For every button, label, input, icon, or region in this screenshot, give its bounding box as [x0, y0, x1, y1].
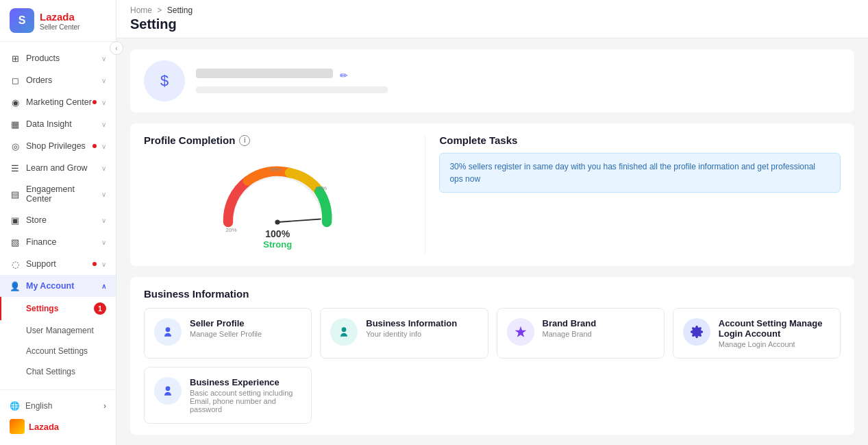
language-chevron: › [103, 401, 106, 411]
sidebar-item-store[interactable]: ▣ Store ∨ [0, 209, 116, 231]
settings-label: Settings [26, 304, 58, 313]
business-info-item-text: Business Information Your identity info [366, 318, 457, 338]
finance-label: Finance [26, 237, 56, 247]
logo-icon: S [10, 8, 34, 33]
business-info-item-card[interactable]: Business Information Your identity info [320, 308, 488, 359]
store-chevron: ∨ [101, 217, 106, 224]
account-settings-label: Account Settings [26, 346, 88, 356]
sidebar-subitem-account-settings[interactable]: Account Settings [0, 341, 116, 361]
sidebar-item-products[interactable]: ⊞ Products ∨ [0, 47, 116, 69]
shop-privileges-label: Shop Privileges [26, 141, 86, 151]
task-info-box: 30% sellers register in same day with yo… [439, 153, 841, 193]
brand-card[interactable]: Brand Brand Manage Brand [497, 308, 665, 359]
shop-privileges-dot [92, 144, 97, 148]
complete-tasks-title: Complete Tasks [439, 134, 841, 146]
collapse-sidebar-button[interactable]: ‹ [110, 41, 123, 55]
avatar: $ [144, 60, 185, 101]
seller-profile-sub: Manage Seller Profile [190, 330, 262, 338]
language-selector[interactable]: 🌐 English › [10, 397, 106, 415]
sidebar-item-my-account[interactable]: 👤 My Account ∧ [0, 275, 116, 297]
account-setting-card[interactable]: Account Setting Manage Login Account Man… [673, 308, 841, 359]
breadcrumb-home[interactable]: Home [130, 5, 152, 15]
orders-chevron: ∨ [101, 77, 106, 84]
sidebar-subitem-user-management[interactable]: User Management [0, 320, 116, 341]
my-account-label: My Account [26, 281, 74, 291]
support-dot [92, 262, 97, 266]
brand-sub: Manage Brand [543, 330, 597, 338]
business-info-card: Business Information Seller Profile Mana… [130, 277, 854, 435]
business-experience-title: Business Experience [190, 377, 301, 387]
business-info-grid: Seller Profile Manage Seller Profile Bus… [144, 308, 841, 359]
business-info-icon [330, 318, 358, 346]
support-chevron: ∨ [101, 261, 106, 268]
profile-info: ✏ [196, 69, 841, 93]
info-icon[interactable]: i [239, 135, 250, 146]
sidebar-footer: 🌐 English › Lazada [0, 389, 116, 445]
sidebar-item-support[interactable]: ◌ Support ∨ [0, 253, 116, 275]
products-chevron: ∨ [101, 55, 106, 62]
sidebar-item-data-insight[interactable]: ▦ Data Insight ∨ [0, 113, 116, 135]
svg-line-0 [277, 219, 321, 223]
business-experience-card[interactable]: Business Experience Basic account settin… [144, 367, 312, 424]
seller-profile-title: Seller Profile [190, 318, 262, 328]
sidebar-subitem-chat-settings[interactable]: Chat Settings [0, 361, 116, 382]
edit-icon[interactable]: ✏ [340, 70, 348, 81]
business-info-item-sub: Your identity info [366, 330, 457, 338]
completion-right: Complete Tasks 30% sellers register in s… [425, 134, 841, 255]
seller-profile-card[interactable]: Seller Profile Manage Seller Profile [144, 308, 312, 359]
business-info-title: Business Information [144, 288, 841, 300]
completion-left: Profile Completion i [144, 134, 425, 255]
engagement-icon: ▤ [10, 189, 21, 200]
sidebar-nav: ⊞ Products ∨ ◻ Orders ∨ ◉ Marketing Cent… [0, 42, 116, 389]
breadcrumb-current: Setting [167, 5, 193, 15]
support-icon: ◌ [10, 258, 21, 269]
lazada-footer-icon [10, 419, 25, 434]
store-label: Store [26, 215, 47, 225]
store-icon: ▣ [10, 215, 21, 226]
account-setting-icon [683, 318, 710, 346]
language-icon: 🌐 [10, 401, 20, 411]
svg-point-6 [342, 327, 347, 332]
sidebar-item-finance[interactable]: ▧ Finance ∨ [0, 231, 116, 253]
language-label: English [25, 401, 52, 411]
chat-settings-label: Chat Settings [26, 367, 75, 376]
sidebar-item-learn-grow[interactable]: ☰ Learn and Grow ∨ [0, 157, 116, 179]
sidebar-item-marketing[interactable]: ◉ Marketing Center ∨ [0, 91, 116, 113]
sidebar-item-orders[interactable]: ◻ Orders ∨ [0, 69, 116, 91]
sidebar-item-shop-privileges[interactable]: ◎ Shop Privileges ∨ [0, 135, 116, 157]
profile-header: $ ✏ [144, 60, 841, 101]
marketing-chevron: ∨ [101, 99, 106, 106]
finance-icon: ▧ [10, 237, 21, 248]
svg-text:80%: 80% [316, 185, 327, 191]
sidebar-item-engagement[interactable]: ▤ Engagement Center ∨ [0, 179, 116, 209]
business-experience-icon [154, 377, 182, 405]
shop-privileges-icon: ◎ [10, 141, 21, 152]
gauge-chart: 20% 50% 80% [216, 160, 339, 235]
user-management-label: User Management [26, 326, 94, 335]
settings-badge: 1 [94, 302, 106, 315]
learn-grow-label: Learn and Grow [26, 163, 88, 173]
business-experience-text: Business Experience Basic account settin… [190, 377, 301, 413]
svg-point-1 [275, 219, 280, 224]
svg-point-7 [166, 386, 171, 391]
completion-title: Profile Completion i [144, 134, 411, 146]
products-icon: ⊞ [10, 53, 21, 64]
marketing-dot [92, 100, 97, 104]
topbar: Home > Setting Setting [116, 0, 868, 38]
gauge-status: Strong [263, 239, 292, 250]
breadcrumb-separator: > [157, 5, 162, 15]
logo-text: Lazada Seller Center [40, 11, 79, 31]
data-insight-label: Data Insight [26, 119, 72, 129]
learn-grow-chevron: ∨ [101, 165, 106, 172]
sidebar-subitem-settings[interactable]: Settings 1 [0, 297, 116, 320]
data-insight-chevron: ∨ [101, 121, 106, 128]
lazada-footer-label: Lazada [29, 422, 59, 432]
main-content: Home > Setting Setting $ ✏ [116, 0, 868, 445]
brand-sub: Seller Center [40, 23, 79, 31]
marketing-icon: ◉ [10, 97, 21, 108]
content-area: $ ✏ Profile Completion i [116, 38, 868, 445]
finance-chevron: ∨ [101, 239, 106, 246]
completion-card: Profile Completion i [130, 123, 854, 266]
seller-profile-text: Seller Profile Manage Seller Profile [190, 318, 262, 338]
orders-label: Orders [26, 75, 52, 85]
